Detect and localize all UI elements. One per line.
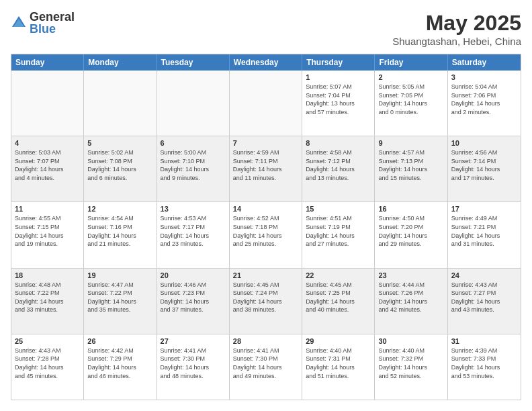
day-info: Sunrise: 4:47 AM Sunset: 7:22 PM Dayligh… bbox=[87, 281, 152, 314]
logo-blue: Blue bbox=[30, 23, 75, 35]
day-number: 21 bbox=[233, 271, 298, 279]
logo-text: General Blue bbox=[30, 11, 75, 35]
day-number: 6 bbox=[161, 139, 226, 147]
calendar-header-day: Tuesday bbox=[157, 54, 230, 71]
calendar-row: 11Sunrise: 4:55 AM Sunset: 7:15 PM Dayli… bbox=[11, 202, 521, 268]
page: General Blue May 2025 Shuangtashan, Hebe… bbox=[0, 0, 532, 411]
calendar-cell: 8Sunrise: 4:58 AM Sunset: 7:12 PM Daylig… bbox=[302, 136, 375, 201]
calendar-header-day: Saturday bbox=[448, 54, 521, 71]
subtitle: Shuangtashan, Hebei, China bbox=[392, 36, 521, 47]
calendar-row: 25Sunrise: 4:43 AM Sunset: 7:28 PM Dayli… bbox=[11, 334, 521, 400]
day-number: 12 bbox=[87, 205, 152, 213]
day-number: 10 bbox=[451, 139, 517, 147]
calendar-cell: 2Sunrise: 5:05 AM Sunset: 7:05 PM Daylig… bbox=[375, 71, 447, 136]
day-info: Sunrise: 4:48 AM Sunset: 7:22 PM Dayligh… bbox=[15, 281, 80, 314]
day-number: 29 bbox=[306, 337, 371, 345]
calendar-cell: 18Sunrise: 4:48 AM Sunset: 7:22 PM Dayli… bbox=[11, 269, 84, 334]
calendar-cell: 17Sunrise: 4:49 AM Sunset: 7:21 PM Dayli… bbox=[448, 202, 521, 267]
day-info: Sunrise: 5:03 AM Sunset: 7:07 PM Dayligh… bbox=[15, 148, 80, 182]
day-info: Sunrise: 4:56 AM Sunset: 7:14 PM Dayligh… bbox=[451, 148, 517, 182]
calendar-cell: 29Sunrise: 4:40 AM Sunset: 7:31 PM Dayli… bbox=[302, 334, 375, 400]
calendar-header-day: Wednesday bbox=[230, 54, 302, 71]
calendar: SundayMondayTuesdayWednesdayThursdayFrid… bbox=[11, 54, 521, 400]
day-info: Sunrise: 5:05 AM Sunset: 7:05 PM Dayligh… bbox=[378, 83, 443, 116]
calendar-cell: 20Sunrise: 4:46 AM Sunset: 7:23 PM Dayli… bbox=[157, 269, 230, 334]
day-info: Sunrise: 4:59 AM Sunset: 7:11 PM Dayligh… bbox=[233, 148, 298, 182]
day-info: Sunrise: 4:50 AM Sunset: 7:20 PM Dayligh… bbox=[378, 214, 443, 248]
calendar-cell: 1Sunrise: 5:07 AM Sunset: 7:04 PM Daylig… bbox=[302, 71, 375, 136]
day-info: Sunrise: 4:57 AM Sunset: 7:13 PM Dayligh… bbox=[378, 148, 443, 182]
calendar-cell: 19Sunrise: 4:47 AM Sunset: 7:22 PM Dayli… bbox=[84, 269, 157, 334]
logo-general: General bbox=[30, 11, 75, 23]
day-info: Sunrise: 4:43 AM Sunset: 7:28 PM Dayligh… bbox=[15, 347, 80, 380]
day-number: 13 bbox=[161, 205, 226, 213]
day-info: Sunrise: 4:39 AM Sunset: 7:33 PM Dayligh… bbox=[451, 347, 517, 380]
day-number: 16 bbox=[378, 205, 443, 213]
day-number: 11 bbox=[15, 205, 80, 213]
calendar-cell: 22Sunrise: 4:45 AM Sunset: 7:25 PM Dayli… bbox=[302, 269, 375, 334]
calendar-cell: 5Sunrise: 5:02 AM Sunset: 7:08 PM Daylig… bbox=[84, 136, 157, 201]
day-info: Sunrise: 4:46 AM Sunset: 7:23 PM Dayligh… bbox=[161, 281, 226, 314]
calendar-cell: 31Sunrise: 4:39 AM Sunset: 7:33 PM Dayli… bbox=[448, 334, 521, 400]
calendar-cell: 9Sunrise: 4:57 AM Sunset: 7:13 PM Daylig… bbox=[375, 136, 447, 201]
day-number: 20 bbox=[161, 271, 226, 279]
day-number: 28 bbox=[233, 337, 298, 345]
day-info: Sunrise: 4:51 AM Sunset: 7:19 PM Dayligh… bbox=[306, 214, 371, 248]
day-info: Sunrise: 5:02 AM Sunset: 7:08 PM Dayligh… bbox=[87, 148, 152, 182]
calendar-cell: 4Sunrise: 5:03 AM Sunset: 7:07 PM Daylig… bbox=[11, 136, 84, 201]
day-info: Sunrise: 4:43 AM Sunset: 7:27 PM Dayligh… bbox=[451, 281, 517, 314]
calendar-header: SundayMondayTuesdayWednesdayThursdayFrid… bbox=[11, 54, 521, 71]
calendar-cell: 28Sunrise: 4:41 AM Sunset: 7:30 PM Dayli… bbox=[230, 334, 302, 400]
day-number: 9 bbox=[378, 139, 443, 147]
day-info: Sunrise: 4:41 AM Sunset: 7:30 PM Dayligh… bbox=[161, 347, 226, 380]
day-number: 22 bbox=[306, 271, 371, 279]
logo: General Blue bbox=[11, 11, 75, 35]
calendar-cell: 6Sunrise: 5:00 AM Sunset: 7:10 PM Daylig… bbox=[157, 136, 230, 201]
day-info: Sunrise: 4:53 AM Sunset: 7:17 PM Dayligh… bbox=[161, 214, 226, 248]
calendar-cell: 24Sunrise: 4:43 AM Sunset: 7:27 PM Dayli… bbox=[448, 269, 521, 334]
calendar-header-day: Sunday bbox=[11, 54, 84, 71]
day-info: Sunrise: 4:55 AM Sunset: 7:15 PM Dayligh… bbox=[15, 214, 80, 248]
day-number: 3 bbox=[451, 73, 517, 81]
day-info: Sunrise: 5:04 AM Sunset: 7:06 PM Dayligh… bbox=[451, 83, 517, 116]
calendar-cell: 16Sunrise: 4:50 AM Sunset: 7:20 PM Dayli… bbox=[375, 202, 447, 267]
day-info: Sunrise: 4:45 AM Sunset: 7:25 PM Dayligh… bbox=[306, 281, 371, 314]
day-info: Sunrise: 4:41 AM Sunset: 7:30 PM Dayligh… bbox=[233, 347, 298, 380]
day-number: 24 bbox=[451, 271, 517, 279]
calendar-cell bbox=[157, 71, 230, 136]
day-info: Sunrise: 4:40 AM Sunset: 7:32 PM Dayligh… bbox=[378, 347, 443, 380]
day-number: 23 bbox=[378, 271, 443, 279]
calendar-cell: 15Sunrise: 4:51 AM Sunset: 7:19 PM Dayli… bbox=[302, 202, 375, 267]
day-number: 25 bbox=[15, 337, 80, 345]
calendar-cell: 27Sunrise: 4:41 AM Sunset: 7:30 PM Dayli… bbox=[157, 334, 230, 400]
day-info: Sunrise: 4:54 AM Sunset: 7:16 PM Dayligh… bbox=[87, 214, 152, 248]
calendar-header-day: Friday bbox=[375, 54, 447, 71]
day-info: Sunrise: 5:07 AM Sunset: 7:04 PM Dayligh… bbox=[306, 83, 371, 116]
day-number: 19 bbox=[87, 271, 152, 279]
day-info: Sunrise: 4:44 AM Sunset: 7:26 PM Dayligh… bbox=[378, 281, 443, 314]
calendar-row: 4Sunrise: 5:03 AM Sunset: 7:07 PM Daylig… bbox=[11, 136, 521, 202]
calendar-cell: 3Sunrise: 5:04 AM Sunset: 7:06 PM Daylig… bbox=[448, 71, 521, 136]
calendar-cell: 25Sunrise: 4:43 AM Sunset: 7:28 PM Dayli… bbox=[11, 334, 84, 400]
calendar-cell: 13Sunrise: 4:53 AM Sunset: 7:17 PM Dayli… bbox=[157, 202, 230, 267]
calendar-cell bbox=[11, 71, 84, 136]
calendar-cell: 14Sunrise: 4:52 AM Sunset: 7:18 PM Dayli… bbox=[230, 202, 302, 267]
day-info: Sunrise: 4:45 AM Sunset: 7:24 PM Dayligh… bbox=[233, 281, 298, 314]
calendar-cell: 12Sunrise: 4:54 AM Sunset: 7:16 PM Dayli… bbox=[84, 202, 157, 267]
day-number: 26 bbox=[87, 337, 152, 345]
day-number: 2 bbox=[378, 73, 443, 81]
calendar-cell: 10Sunrise: 4:56 AM Sunset: 7:14 PM Dayli… bbox=[448, 136, 521, 201]
day-info: Sunrise: 4:49 AM Sunset: 7:21 PM Dayligh… bbox=[451, 214, 517, 248]
calendar-header-day: Thursday bbox=[302, 54, 375, 71]
calendar-row: 1Sunrise: 5:07 AM Sunset: 7:04 PM Daylig… bbox=[11, 71, 521, 136]
day-number: 14 bbox=[233, 205, 298, 213]
header: General Blue May 2025 Shuangtashan, Hebe… bbox=[11, 11, 521, 47]
day-number: 30 bbox=[378, 337, 443, 345]
calendar-cell: 30Sunrise: 4:40 AM Sunset: 7:32 PM Dayli… bbox=[375, 334, 447, 400]
calendar-cell bbox=[230, 71, 302, 136]
main-title: May 2025 bbox=[392, 11, 521, 36]
calendar-cell: 11Sunrise: 4:55 AM Sunset: 7:15 PM Dayli… bbox=[11, 202, 84, 267]
title-block: May 2025 Shuangtashan, Hebei, China bbox=[392, 11, 521, 47]
day-number: 15 bbox=[306, 205, 371, 213]
calendar-body: 1Sunrise: 5:07 AM Sunset: 7:04 PM Daylig… bbox=[11, 71, 521, 400]
